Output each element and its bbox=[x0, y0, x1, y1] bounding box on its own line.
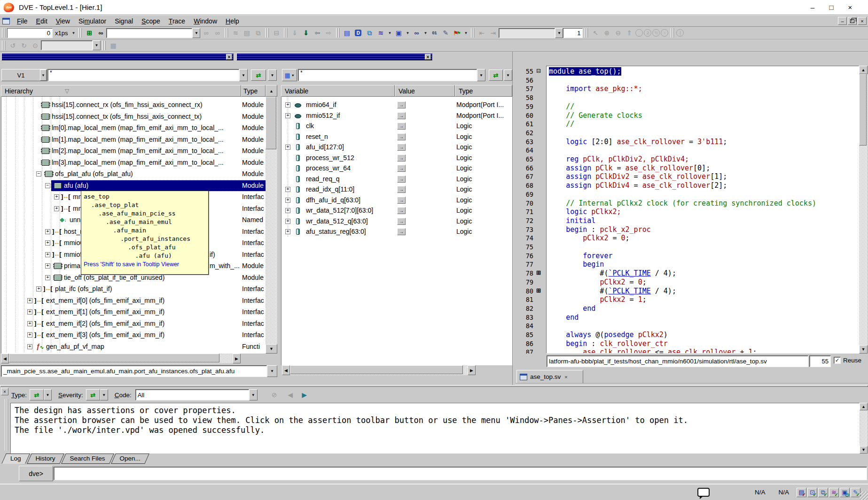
expand-icon[interactable]: + bbox=[27, 344, 32, 349]
mdi-document-icon[interactable] bbox=[2, 18, 10, 24]
expand-icon[interactable]: + bbox=[285, 229, 290, 234]
variable-row[interactable]: +wr_data_512[7:0][63:0]→Logic bbox=[282, 205, 512, 216]
back-icon[interactable]: ⇦ bbox=[312, 28, 323, 38]
console-tab-open-[interactable]: Open... bbox=[113, 454, 147, 464]
variable-view-grid-icon[interactable]: ▦▼ bbox=[282, 69, 297, 81]
next-message-icon[interactable]: ▶ bbox=[299, 390, 310, 400]
toolbar-handle[interactable] bbox=[671, 28, 674, 38]
zoom-cursor-icon[interactable]: | bbox=[676, 29, 684, 37]
console-tab-search-files[interactable]: Search Files bbox=[63, 454, 112, 464]
smartlog-pane-icon[interactable]: ▣◷ bbox=[840, 488, 850, 497]
tree-row[interactable]: +]↔[ext_mem_if[2] (ofs_fim_emif_axi_mm_i… bbox=[1, 318, 266, 330]
console-close-icon[interactable]: × bbox=[1, 388, 8, 395]
binoculars-icon[interactable]: ∞ bbox=[95, 28, 106, 38]
prev-message-icon[interactable]: ◀ bbox=[285, 390, 296, 400]
resize-grip[interactable] bbox=[860, 492, 868, 500]
scope-path-dropdown-icon[interactable]: ▼ bbox=[267, 365, 277, 377]
scrollbar-thumb[interactable] bbox=[9, 354, 219, 362]
log-output[interactable]: The design has assertions or cover prope… bbox=[10, 403, 860, 454]
watch-view-icon[interactable]: ∞ bbox=[411, 28, 422, 38]
variable-row[interactable]: +mmio512_if→Modport(Port I... bbox=[282, 110, 512, 122]
value-goto-icon[interactable]: → bbox=[397, 197, 406, 204]
pan-icon[interactable]: ⇑ bbox=[624, 28, 635, 38]
console-drag-handle[interactable] bbox=[5, 399, 8, 451]
fold-expand-icon[interactable]: ⊞ bbox=[536, 287, 541, 296]
schematic-pane-icon[interactable]: ⧉✓ bbox=[818, 488, 828, 497]
scrollbar-thumb[interactable] bbox=[859, 74, 867, 146]
add-to-lists-icon[interactable]: ▤ bbox=[241, 28, 252, 38]
tree-row[interactable]: hssi[15].connect_tx (ofs_fim_hssi_axis_c… bbox=[1, 111, 266, 123]
list-view-icon[interactable]: ▣ bbox=[393, 28, 404, 38]
window-minimize-icon[interactable]: – bbox=[803, 3, 822, 11]
variable-row[interactable]: read_req_q→Logic bbox=[282, 174, 512, 185]
hierarchy-view-icon[interactable]: D bbox=[352, 28, 364, 38]
scope-path-field[interactable]: _main_pcie_ss.ase_afu_main_emul.afu_main… bbox=[1, 365, 267, 377]
value-goto-icon[interactable]: → bbox=[397, 228, 406, 235]
value-goto-icon[interactable]: → bbox=[397, 154, 406, 162]
goto-line-field[interactable]: 1 bbox=[563, 28, 583, 38]
expand-icon[interactable]: + bbox=[285, 208, 290, 213]
hierarchy-column-header[interactable]: Hierarchy▽ bbox=[1, 85, 241, 97]
variable-row[interactable]: +dfh_afu_id_q[63:0]→Logic bbox=[282, 195, 512, 206]
prev-edge-icon[interactable]: ⇤ bbox=[476, 28, 487, 38]
time-unit-dropdown[interactable]: x1ps bbox=[53, 28, 70, 38]
toolbar-handle[interactable] bbox=[225, 28, 228, 38]
toolbar-handle[interactable] bbox=[284, 28, 287, 38]
tab-close-icon[interactable]: × bbox=[564, 374, 567, 380]
expand-icon[interactable]: + bbox=[285, 219, 290, 224]
variable-row[interactable]: reset_n→Logic bbox=[282, 131, 512, 143]
tree-row[interactable]: +]↔[ext_mem_if[3] (ofs_fim_emif_axi_mm_i… bbox=[1, 330, 266, 341]
tree-row[interactable]: lm[0].map_local_mem (map_fim_emif_axi_mm… bbox=[1, 123, 266, 134]
hierarchy-vscrollbar[interactable] bbox=[266, 97, 277, 344]
chevron-down-icon[interactable]: ▼ bbox=[249, 389, 258, 400]
view-history-combo[interactable] bbox=[41, 40, 93, 50]
toolbar-handle[interactable] bbox=[471, 28, 474, 38]
wave-pane-icon[interactable]: ≋✓ bbox=[829, 488, 839, 497]
schematic-icon[interactable]: ⊞ bbox=[84, 28, 95, 38]
schematic-view-icon[interactable]: ⧉ bbox=[364, 28, 375, 38]
assertion-pane-icon[interactable]: ▤✓ bbox=[797, 488, 806, 497]
chevron-down-icon[interactable]: ▼ bbox=[93, 40, 101, 50]
value-goto-icon[interactable]: → bbox=[397, 123, 406, 130]
pointer-icon[interactable]: ↖ bbox=[590, 28, 601, 38]
dve-prompt-button[interactable]: dve> bbox=[19, 466, 53, 481]
scroll-up-icon[interactable]: ▲ bbox=[266, 85, 277, 97]
scrollbar-thumb[interactable] bbox=[266, 97, 276, 149]
find-prev-icon[interactable]: ∞ bbox=[200, 28, 211, 38]
value-goto-icon[interactable]: → bbox=[397, 218, 406, 225]
source-line-number-field[interactable]: 55 bbox=[809, 355, 831, 367]
expand-icon[interactable]: + bbox=[285, 145, 290, 150]
expand-icon[interactable]: + bbox=[27, 332, 32, 338]
variable-filter-input[interactable]: * bbox=[298, 69, 477, 81]
source-code-view[interactable]: module ase_top(); import ase_pkg::*; // … bbox=[546, 66, 859, 354]
chevron-down-icon[interactable]: ▼ bbox=[70, 28, 77, 38]
hierarchy-filter-dropdown-icon[interactable]: ▼ bbox=[239, 69, 248, 81]
menu-file[interactable]: File bbox=[13, 16, 32, 26]
variable-row[interactable]: +afu_status_reg[63:0]→Logic bbox=[282, 226, 512, 238]
annotate-pane-icon[interactable]: ✎✓ bbox=[851, 488, 860, 497]
menu-signal[interactable]: Signal bbox=[110, 16, 137, 26]
mdi-restore-icon[interactable] bbox=[848, 17, 857, 25]
source-vscrollbar[interactable] bbox=[859, 74, 868, 345]
time-value-field[interactable]: 0 bbox=[7, 28, 53, 38]
menu-scope[interactable]: Scope bbox=[137, 16, 164, 26]
expand-icon[interactable]: + bbox=[45, 229, 50, 234]
zoom-fit-icon[interactable] bbox=[635, 29, 643, 37]
fold-expand-icon[interactable]: ⊞ bbox=[536, 269, 541, 278]
scope-version-dropdown[interactable]: V1 ▼ bbox=[1, 69, 47, 81]
edge-combo[interactable] bbox=[499, 28, 555, 38]
tree-row[interactable]: +]↔[ext_mem_if[1] (ofs_fim_emif_axi_mm_i… bbox=[1, 307, 266, 318]
expand-icon[interactable]: + bbox=[285, 187, 290, 192]
chevron-down-icon[interactable]: ▼ bbox=[404, 28, 411, 38]
value-column-header[interactable]: Value bbox=[395, 85, 455, 97]
find-next-icon[interactable]: ∞ bbox=[211, 28, 223, 38]
toolbar-handle[interactable] bbox=[2, 41, 5, 50]
variable-sync-dropdown-icon[interactable]: ▼ bbox=[504, 69, 512, 81]
expand-icon[interactable]: + bbox=[54, 194, 59, 200]
variable-row[interactable]: +afu_id[127:0]→Logic bbox=[282, 142, 512, 153]
variable-row[interactable]: +read_idx_q[11:0]→Logic bbox=[282, 184, 512, 195]
chevron-down-icon[interactable]: ▼ bbox=[192, 28, 200, 38]
chevron-down-icon[interactable]: ▼ bbox=[462, 28, 469, 38]
expand-icon[interactable]: + bbox=[285, 198, 290, 203]
zoom-2x-icon[interactable]: 2 bbox=[644, 29, 651, 37]
